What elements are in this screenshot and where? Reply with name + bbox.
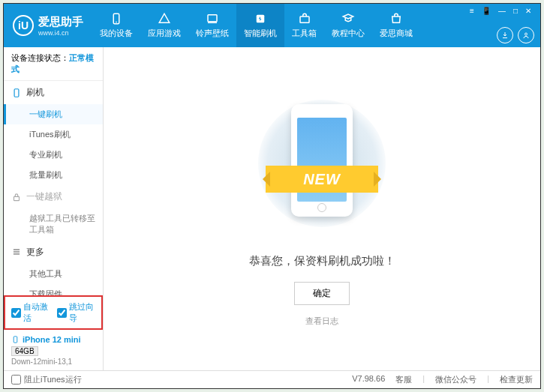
device-info[interactable]: iPhone 12 mini 64GB Down-12mini-13,1 — [4, 330, 103, 370]
sidebar-item-download-firmware[interactable]: 下载固件 — [4, 284, 103, 295]
tab-apps-games[interactable]: 应用游戏 — [140, 4, 188, 47]
phone-illustration: NEW — [258, 91, 386, 241]
user-icon — [521, 31, 530, 40]
block-itunes-input[interactable] — [11, 375, 21, 385]
auto-activate-input[interactable] — [11, 308, 21, 318]
close-button[interactable]: ✕ — [522, 7, 534, 15]
tab-tutorials[interactable]: 教程中心 — [324, 4, 372, 47]
tutorial-icon — [341, 12, 355, 25]
footer: 阻止iTunes运行 V7.98.66 客服 | 微信公众号 | 检查更新 — [4, 370, 540, 388]
tab-ringtones[interactable]: 铃声壁纸 — [188, 4, 236, 47]
connection-status: 设备连接状态：正常模式 — [4, 47, 103, 81]
device-icon — [11, 88, 22, 98]
user-button[interactable] — [518, 27, 534, 43]
sidebar-item-oneclick-flash[interactable]: 一键刷机 — [4, 104, 103, 124]
device-name-row: iPhone 12 mini — [11, 334, 95, 345]
tab-label: 智能刷机 — [244, 28, 277, 39]
minimize-button[interactable]: — — [495, 7, 509, 15]
app-url: www.i4.cn — [38, 29, 83, 37]
check-update-link[interactable]: 检查更新 — [500, 374, 533, 385]
more-icon — [11, 247, 22, 257]
svg-rect-2 — [208, 15, 217, 22]
options-row: 自动激活 跳过向导 — [4, 295, 103, 330]
block-itunes-checkbox[interactable]: 阻止iTunes运行 — [11, 374, 82, 385]
toolbox-icon — [298, 12, 311, 25]
store-icon — [389, 12, 403, 25]
nav-tabs: 我的设备 应用游戏 铃声壁纸 智能刷机 工具箱 教程中心 — [92, 4, 461, 47]
tab-label: 应用游戏 — [148, 28, 181, 39]
device-name: iPhone 12 mini — [23, 335, 81, 344]
app-title: 爱思助手 — [38, 15, 83, 29]
app-window: iU 爱思助手 www.i4.cn 我的设备 应用游戏 铃声壁纸 智能刷机 — [3, 3, 541, 389]
svg-point-7 — [525, 33, 527, 35]
sidebar: 设备连接状态：正常模式 刷机 一键刷机 iTunes刷机 专业刷机 批量刷机 一… — [4, 47, 104, 370]
tab-label: 我的设备 — [100, 28, 133, 39]
tab-label: 铃声壁纸 — [196, 28, 229, 39]
phone-icon — [11, 334, 20, 345]
wechat-link[interactable]: 微信公众号 — [435, 374, 476, 385]
checkbox-label: 自动激活 — [23, 301, 50, 324]
section-label: 一键越狱 — [26, 190, 62, 203]
checkbox-label: 阻止iTunes运行 — [24, 374, 82, 385]
header-right: ≡ 📱 — □ ✕ — [461, 4, 540, 47]
checkbox-skip-setup[interactable]: 跳过向导 — [57, 301, 95, 324]
model-icon[interactable]: 📱 — [479, 7, 494, 15]
apps-icon — [158, 12, 171, 25]
tab-my-device[interactable]: 我的设备 — [92, 4, 140, 47]
sidebar-item-batch-flash[interactable]: 批量刷机 — [4, 165, 103, 185]
logo-area: iU 爱思助手 www.i4.cn — [4, 4, 92, 47]
success-message: 恭喜您，保资料刷机成功啦！ — [249, 254, 395, 268]
footer-right: V7.98.66 客服 | 微信公众号 | 检查更新 — [352, 374, 533, 385]
svg-rect-5 — [300, 16, 309, 22]
sidebar-section-flash[interactable]: 刷机 — [4, 81, 103, 104]
ok-button[interactable]: 确定 — [294, 282, 350, 305]
svg-rect-13 — [14, 337, 17, 343]
skip-setup-input[interactable] — [57, 308, 67, 318]
phone-icon — [110, 12, 123, 25]
checkbox-label: 跳过向导 — [69, 301, 95, 324]
section-label: 刷机 — [26, 86, 44, 99]
body-area: 设备连接状态：正常模式 刷机 一键刷机 iTunes刷机 专业刷机 批量刷机 一… — [4, 47, 540, 370]
tab-label: 工具箱 — [292, 28, 317, 39]
sidebar-item-pro-flash[interactable]: 专业刷机 — [4, 145, 103, 165]
window-controls: ≡ 📱 — □ ✕ — [467, 7, 534, 15]
main-content: NEW 恭喜您，保资料刷机成功啦！ 确定 查看日志 — [104, 47, 540, 370]
tab-toolbox[interactable]: 工具箱 — [284, 4, 324, 47]
device-firmware: Down-12mini-13,1 — [11, 358, 95, 366]
sidebar-section-more[interactable]: 更多 — [4, 241, 103, 264]
wallpaper-icon — [206, 12, 219, 25]
maximize-button[interactable]: □ — [510, 7, 521, 15]
lock-icon — [11, 192, 22, 202]
support-link[interactable]: 客服 — [395, 374, 412, 385]
download-icon — [500, 31, 509, 40]
tab-store[interactable]: 爱思商城 — [372, 4, 420, 47]
device-storage-badge: 64GB — [11, 346, 38, 356]
sidebar-section-jailbreak: 一键越狱 — [4, 185, 103, 208]
version-label: V7.98.66 — [352, 374, 385, 385]
download-button[interactable] — [497, 27, 513, 43]
logo-icon: iU — [13, 15, 34, 36]
header: iU 爱思助手 www.i4.cn 我的设备 应用游戏 铃声壁纸 智能刷机 — [4, 4, 540, 47]
sidebar-item-itunes-flash[interactable]: iTunes刷机 — [4, 124, 103, 145]
svg-rect-8 — [14, 88, 19, 97]
sidebar-list: 刷机 一键刷机 iTunes刷机 专业刷机 批量刷机 一键越狱 越狱工具已转移至… — [4, 81, 103, 295]
section-label: 更多 — [26, 246, 44, 259]
tab-smart-flash[interactable]: 智能刷机 — [236, 4, 284, 47]
tab-label: 教程中心 — [332, 28, 365, 39]
tab-label: 爱思商城 — [380, 28, 413, 39]
sidebar-item-other-tools[interactable]: 其他工具 — [4, 264, 103, 284]
sidebar-jailbreak-note: 越狱工具已转移至工具箱 — [4, 208, 103, 241]
flash-icon — [254, 12, 267, 25]
menu-icon[interactable]: ≡ — [467, 7, 477, 15]
new-badge: NEW — [266, 166, 378, 193]
svg-rect-9 — [14, 196, 20, 200]
view-log-link[interactable]: 查看日志 — [305, 316, 338, 327]
conn-label: 设备连接状态： — [11, 53, 69, 62]
checkbox-auto-activate[interactable]: 自动激活 — [11, 301, 50, 324]
